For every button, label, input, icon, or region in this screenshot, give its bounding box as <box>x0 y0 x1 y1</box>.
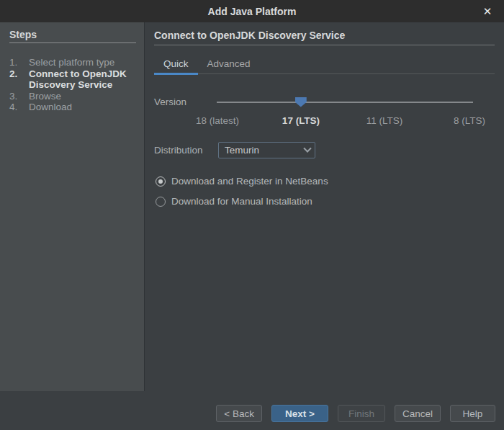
step-item-connect-openjdk: 2. Connect to OpenJDK Discovery Service <box>0 68 144 91</box>
step-item-select-platform-type: 1. Select platform type <box>0 57 144 68</box>
dialog-body: Steps 1. Select platform type 2. Connect… <box>0 22 504 391</box>
step-label: Browse <box>29 91 138 102</box>
radio-label: Download for Manual Installation <box>171 196 312 207</box>
slider-track[interactable] <box>217 102 473 103</box>
step-number: 1. <box>9 57 29 68</box>
step-label: Connect to OpenJDK Discovery Service <box>29 68 138 91</box>
steps-heading: Steps <box>9 29 136 43</box>
step-label: Download <box>29 102 138 113</box>
download-options: Download and Register in NetBeans Downlo… <box>156 176 495 207</box>
back-button[interactable]: < Back <box>216 405 262 422</box>
version-slider[interactable] <box>217 97 473 107</box>
distribution-combobox[interactable]: Temurin <box>218 142 315 158</box>
dialog-title: Add Java Platform <box>208 6 297 17</box>
radio-label: Download and Register in NetBeans <box>171 176 328 187</box>
add-java-platform-dialog: Add Java Platform ✕ Steps 1. Select plat… <box>0 0 504 430</box>
cancel-button[interactable]: Cancel <box>395 405 441 422</box>
chevron-down-icon <box>303 144 311 152</box>
main-panel: Connect to OpenJDK Discovery Service Qui… <box>145 22 504 391</box>
next-button[interactable]: Next > <box>271 405 328 422</box>
radio-download-register[interactable]: Download and Register in NetBeans <box>156 176 495 187</box>
steps-sidebar: Steps 1. Select platform type 2. Connect… <box>0 22 145 391</box>
tab-advanced[interactable]: Advanced <box>198 55 260 73</box>
wizard-button-bar: < Back Next > Finish Cancel Help <box>0 391 504 430</box>
step-label: Select platform type <box>29 57 138 68</box>
slider-thumb[interactable] <box>295 97 307 107</box>
help-button[interactable]: Help <box>450 405 495 422</box>
steps-list: 1. Select platform type 2. Connect to Op… <box>0 57 144 113</box>
version-tick-labels: 18 (latest) 17 (LTS) 11 (LTS) 8 (LTS) <box>154 115 495 127</box>
close-icon[interactable]: ✕ <box>478 3 497 20</box>
finish-button[interactable]: Finish <box>338 405 385 422</box>
version-option-18: 18 (latest) <box>196 115 239 126</box>
tab-bar: Quick Advanced <box>154 55 495 74</box>
distribution-value: Temurin <box>225 145 305 156</box>
page-title: Connect to OpenJDK Discovery Service <box>154 30 495 45</box>
radio-button-icon[interactable] <box>156 197 166 207</box>
step-number: 4. <box>9 102 29 113</box>
version-option-17: 17 (LTS) <box>282 115 320 126</box>
radio-download-manual[interactable]: Download for Manual Installation <box>156 196 495 207</box>
tab-quick[interactable]: Quick <box>154 55 198 75</box>
step-number: 3. <box>9 91 29 102</box>
version-label: Version <box>154 97 217 107</box>
titlebar: Add Java Platform ✕ <box>0 0 504 22</box>
distribution-label: Distribution <box>154 145 218 156</box>
version-row: Version <box>154 97 495 107</box>
version-option-8: 8 (LTS) <box>454 115 485 126</box>
step-item-download: 4. Download <box>0 102 144 113</box>
step-item-browse: 3. Browse <box>0 91 144 102</box>
step-number: 2. <box>9 68 29 91</box>
radio-button-icon[interactable] <box>156 176 166 187</box>
version-option-11: 11 (LTS) <box>366 115 403 126</box>
distribution-row: Distribution Temurin <box>154 142 495 158</box>
